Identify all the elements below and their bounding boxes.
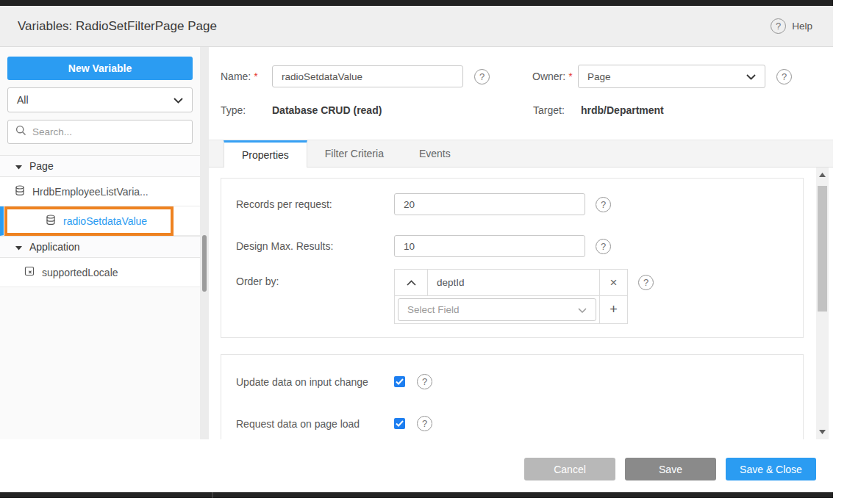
design-max-results-input[interactable] (394, 235, 585, 257)
variable-item-label: supportedLocale (42, 267, 118, 278)
request-data-help-icon[interactable]: ? (417, 416, 432, 431)
content-scrollbar-thumb[interactable] (818, 186, 827, 312)
name-owner-row: Name:* ? Owner:* Page ? (209, 65, 833, 88)
content-scrollbar-track[interactable] (816, 168, 829, 439)
records-help-icon[interactable]: ? (596, 197, 611, 212)
name-input[interactable] (272, 65, 463, 87)
required-asterisk: * (568, 71, 572, 82)
caret-down-icon (15, 160, 22, 172)
sidebar-section-page[interactable]: Page (0, 155, 200, 177)
order-by-help-icon[interactable]: ? (638, 275, 654, 290)
database-icon (46, 215, 56, 228)
variable-list: Page HrdbEmployeeListVaria... radio (0, 155, 200, 287)
variable-search-box (7, 120, 193, 144)
variables-sidebar: New Variable All (0, 47, 200, 439)
type-label: Type: (221, 104, 272, 116)
type-target-row: Type: Database CRUD (read) Target: hrdb/… (209, 103, 833, 118)
tab-properties[interactable]: Properties (224, 140, 307, 168)
update-data-checkbox[interactable] (394, 376, 405, 387)
new-variable-button[interactable]: New Variable (7, 57, 193, 80)
request-data-label: Request data on page load (236, 418, 394, 430)
properties-tab-content: Records per request: ? Design Max. Resul… (209, 168, 833, 439)
records-per-request-row: Records per request: ? (236, 193, 788, 215)
caret-down-icon (15, 241, 22, 253)
order-by-label: Order by: (236, 276, 394, 287)
database-icon (15, 185, 25, 198)
checkmark-icon (396, 420, 404, 427)
update-data-help-icon[interactable]: ? (417, 374, 432, 389)
chevron-down-icon (578, 304, 587, 315)
request-data-row: Request data on page load ? (236, 416, 788, 431)
select-field-placeholder: Select Field (407, 304, 460, 315)
records-per-request-input[interactable] (394, 193, 585, 215)
section-label: Page (29, 160, 54, 172)
section-label: Application (29, 241, 80, 253)
help-button[interactable]: ? Help (771, 18, 812, 34)
scroll-down-arrow-icon[interactable] (816, 430, 829, 434)
search-input[interactable] (32, 126, 185, 137)
owner-help-icon[interactable]: ? (776, 69, 792, 84)
select-field-wrap: Select Field (395, 296, 599, 323)
variables-dialog: Variables: RadioSetFilterPage Page ? Hel… (0, 6, 833, 498)
update-data-row: Update data on input change ? (236, 374, 788, 389)
owner-select[interactable]: Page (578, 65, 765, 88)
dialog-body: New Variable All (0, 47, 833, 439)
search-icon (15, 125, 26, 139)
filter-select-value: All (17, 94, 29, 106)
save-button[interactable]: Save (625, 458, 716, 480)
order-by-entry-row: deptId × (394, 269, 628, 296)
chevron-up-icon (407, 280, 416, 286)
page-title: Variables: RadioSetFilterPage Page (18, 19, 217, 34)
checkmark-icon (396, 378, 404, 385)
screen: Variables: RadioSetFilterPage Page ? Hel… (0, 0, 847, 504)
sidebar-item-radiosetdatavalue[interactable]: radioSetdataValue (0, 206, 200, 236)
remove-order-field-button[interactable]: × (599, 270, 627, 295)
owner-select-value: Page (587, 71, 611, 82)
owner-label: Owner:* (532, 71, 578, 82)
variable-item-label: HrdbEmployeeListVaria... (32, 186, 149, 198)
design-max-results-row: Design Max. Results: ? (236, 235, 788, 257)
variable-filter-select[interactable]: All (7, 87, 193, 112)
data-settings-card: Records per request: ? Design Max. Resul… (221, 178, 804, 338)
sidebar-section-application[interactable]: Application (0, 236, 200, 258)
sidebar-scrollbar-thumb[interactable] (202, 235, 207, 292)
order-by-row: Order by: deptId × (236, 269, 788, 324)
tab-filter-criteria[interactable]: Filter Criteria (307, 140, 401, 167)
required-asterisk: * (254, 71, 257, 82)
cancel-button[interactable]: Cancel (524, 458, 615, 480)
sidebar-scrollbar-track[interactable] (200, 47, 209, 439)
bottom-bar-seam (212, 492, 213, 498)
help-label[interactable]: Help (792, 21, 812, 32)
variable-item-label-selected: radioSetdataValue (63, 215, 147, 227)
sidebar-item-hrdbemployeelistvariable[interactable]: HrdbEmployeeListVaria... (0, 177, 200, 206)
design-max-help-icon[interactable]: ? (596, 239, 611, 254)
name-label: Name:* (221, 71, 272, 82)
order-by-add-row: Select Field + (394, 296, 628, 324)
chevron-down-icon (746, 71, 756, 82)
order-by-control: deptId × Select Field (394, 269, 628, 324)
design-max-results-label: Design Max. Results: (236, 240, 394, 252)
records-per-request-label: Records per request: (236, 198, 394, 210)
request-data-checkbox[interactable] (394, 418, 405, 429)
order-by-field-value[interactable]: deptId (428, 270, 599, 295)
save-and-close-button[interactable]: Save & Close (726, 458, 816, 480)
bottom-black-bar (0, 492, 833, 498)
update-data-label: Update data on input change (236, 376, 394, 388)
dialog-footer: Cancel Save Save & Close (0, 439, 833, 498)
tab-events[interactable]: Events (401, 140, 468, 167)
add-order-field-button[interactable]: + (599, 296, 627, 323)
help-circle-icon[interactable]: ? (771, 18, 786, 34)
sort-direction-toggle[interactable] (395, 270, 428, 295)
select-field-dropdown[interactable]: Select Field (398, 298, 596, 321)
model-variable-icon (24, 266, 35, 278)
behavior-settings-card: Update data on input change ? Request da… (221, 354, 804, 439)
tab-strip: Properties Filter Criteria Events (209, 140, 833, 168)
target-value: hrdb/Department (581, 104, 664, 116)
chevron-down-icon (174, 94, 183, 106)
scroll-up-arrow-icon[interactable] (816, 173, 829, 177)
target-label: Target: (533, 104, 565, 116)
name-help-icon[interactable]: ? (474, 69, 490, 84)
dialog-header: Variables: RadioSetFilterPage Page ? Hel… (0, 6, 833, 47)
sidebar-item-supportedlocale[interactable]: supportedLocale (0, 258, 200, 287)
variable-detail-panel: Name:* ? Owner:* Page ? (209, 47, 833, 439)
